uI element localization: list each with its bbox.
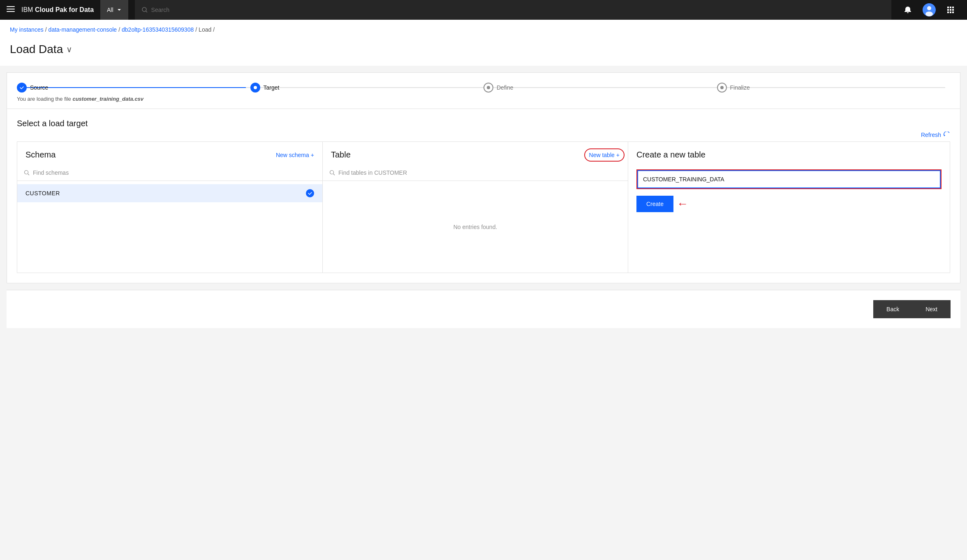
new-schema-label: New schema — [276, 152, 309, 158]
stepper-target-label: Target — [264, 84, 280, 91]
breadcrumb-my-instances[interactable]: My instances — [10, 26, 44, 33]
refresh-button[interactable]: Refresh — [921, 132, 950, 138]
page-header: Load Data ∨ — [0, 36, 967, 66]
stepper-define-label: Define — [497, 84, 513, 91]
all-label: All — [107, 7, 113, 13]
select-target-title: Select a load target — [7, 109, 960, 132]
stepper-source-label: Source — [30, 84, 48, 91]
stepper-subtitle: You are loading the file customer_traini… — [17, 96, 950, 102]
no-entries-text: No entries found. — [453, 224, 497, 230]
schema-customer-label: CUSTOMER — [25, 190, 60, 197]
create-button-row: Create ← — [636, 196, 942, 212]
table-column: Table New table + No entries found. — [323, 142, 628, 273]
schema-search-box[interactable] — [17, 164, 322, 181]
new-table-label: New table — [589, 152, 615, 158]
new-table-wrapper: New table + — [589, 152, 620, 158]
breadcrumb-sep-4: / — [213, 26, 215, 33]
all-dropdown[interactable]: All — [100, 0, 128, 20]
table-col-header: Table New table + — [323, 142, 628, 164]
svg-point-10 — [330, 170, 334, 174]
page-title-chevron[interactable]: ∨ — [66, 44, 72, 54]
schema-col-title: Schema — [25, 150, 56, 160]
create-button[interactable]: Create — [636, 196, 673, 212]
table-col-title: Table — [331, 150, 351, 160]
stepper-source-circle — [17, 83, 27, 93]
table-search-input[interactable] — [338, 169, 621, 176]
breadcrumb-sep-1: / — [45, 26, 47, 33]
schema-check-icon — [306, 189, 314, 197]
avatar[interactable] — [919, 0, 939, 20]
stepper-target-circle — [250, 83, 260, 93]
footer-actions: Back Next — [7, 290, 960, 328]
navbar: IBM Cloud Pak for Data All — [0, 0, 967, 20]
breadcrumb-load: Load — [199, 26, 211, 33]
svg-line-11 — [333, 174, 335, 175]
svg-rect-0 — [7, 6, 15, 7]
svg-rect-1 — [7, 9, 15, 9]
create-panel-title: Create a new table — [636, 150, 942, 160]
brand-logo: IBM Cloud Pak for Data — [21, 6, 94, 14]
schema-item-customer[interactable]: CUSTOMER — [17, 184, 322, 202]
new-schema-button[interactable]: New schema + — [276, 152, 314, 158]
stepper-source: Source — [17, 83, 250, 93]
search-area[interactable] — [135, 0, 891, 20]
schema-list: CUSTOMER — [17, 181, 322, 273]
stepper: Source Target Define — [7, 73, 960, 109]
new-schema-icon: + — [311, 152, 314, 158]
svg-point-8 — [25, 170, 28, 174]
svg-point-7 — [925, 12, 933, 16]
refresh-row: Refresh — [7, 132, 960, 141]
breadcrumb-data-management[interactable]: data-management-console — [49, 26, 117, 33]
new-table-icon: + — [616, 152, 620, 158]
breadcrumb-sep-2: / — [118, 26, 120, 33]
waffle-icon[interactable] — [941, 0, 960, 20]
refresh-label: Refresh — [921, 132, 941, 138]
create-input-wrapper — [636, 169, 942, 189]
next-button[interactable]: Next — [912, 300, 951, 318]
breadcrumb-db2[interactable]: db2oltp-1635340315609308 — [122, 26, 194, 33]
stepper-finalize-label: Finalize — [730, 84, 750, 91]
stepper-filename: customer_training_data.csv — [72, 96, 143, 102]
new-table-button[interactable]: New table + — [589, 152, 620, 158]
stepper-define-circle — [484, 83, 493, 93]
search-input[interactable] — [151, 7, 885, 13]
table-search-box[interactable] — [323, 164, 628, 181]
page-title: Load Data — [10, 43, 63, 56]
svg-line-9 — [28, 174, 30, 175]
stepper-subtitle-prefix: You are loading the file — [17, 96, 72, 102]
brand-name: Cloud Pak for Data — [35, 6, 94, 13]
schema-search-input[interactable] — [33, 169, 316, 176]
create-table-column: Create a new table Create ← — [628, 142, 950, 273]
selector-area: Schema New schema + CUSTOMER — [17, 141, 950, 273]
breadcrumb-sep-3: / — [195, 26, 197, 33]
schema-column: Schema New schema + CUSTOMER — [17, 142, 323, 273]
stepper-target: Target — [250, 83, 484, 93]
brand-prefix: IBM — [21, 6, 35, 13]
notifications-icon[interactable] — [898, 0, 918, 20]
back-button[interactable]: Back — [873, 300, 912, 318]
no-entries-message: No entries found. — [323, 181, 628, 273]
red-arrow-annotation: ← — [677, 197, 688, 211]
main-content: Source Target Define — [7, 72, 960, 283]
stepper-define: Define — [484, 83, 717, 93]
navbar-right — [898, 0, 960, 20]
schema-col-header: Schema New schema + — [17, 142, 322, 164]
svg-point-6 — [927, 6, 931, 10]
new-table-name-input[interactable] — [637, 170, 941, 188]
stepper-finalize-circle — [717, 83, 727, 93]
svg-rect-2 — [7, 11, 15, 12]
svg-line-4 — [146, 11, 147, 13]
stepper-finalize: Finalize — [717, 83, 951, 93]
menu-icon[interactable] — [7, 5, 15, 15]
breadcrumb: My instances / data-management-console /… — [0, 20, 967, 36]
